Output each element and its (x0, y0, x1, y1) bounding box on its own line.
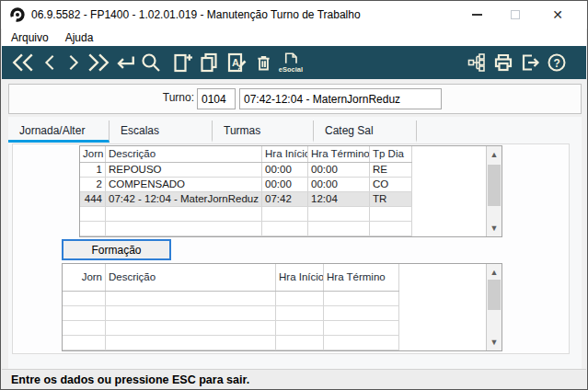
exit-icon[interactable] (518, 46, 542, 79)
table-row[interactable]: 2 COMPENSADO 00:00 00:00 CO (80, 178, 412, 192)
status-message: Entre os dados ou pressione ESC para sai… (2, 373, 249, 386)
cell-descricao: COMPENSADO (106, 178, 262, 191)
cell-tp-dia: RE (370, 163, 412, 177)
tab-categ-sal[interactable]: Categ Sal (314, 120, 417, 143)
table-row-selected[interactable]: 444 07:42 - 12:04 - MaterJornReduz 07:42… (80, 192, 412, 207)
table-row-empty[interactable] (63, 336, 399, 350)
table-row-empty[interactable] (63, 292, 399, 306)
hierarchy-icon[interactable] (465, 46, 489, 79)
close-icon: ✕ (552, 8, 563, 21)
cell-tp-dia: CO (370, 178, 412, 191)
formacao-table: Jorn Descrição Hra Início Hra Término ▲ … (62, 263, 502, 351)
col-header-hra-termino: Hra Término (308, 146, 370, 162)
toolbar: A eSocial ? (2, 46, 586, 79)
formacao-table-grid: Jorn Descrição Hra Início Hra Término (63, 264, 399, 350)
table-row[interactable]: 1 REPOUSO 00:00 00:00 RE (80, 163, 412, 178)
vertical-scrollbar[interactable]: ▲ ▼ (486, 146, 502, 236)
print-icon[interactable] (491, 46, 515, 79)
turno-label: Turno: (139, 91, 194, 104)
confirm-enter-icon[interactable] (110, 46, 138, 79)
next-record-icon[interactable] (63, 46, 85, 79)
cell-hra-termino: 00:00 (308, 163, 370, 177)
cell-descricao: 07:42 - 12:04 - MaterJornReduz (106, 192, 262, 206)
app-logo-icon (9, 6, 26, 23)
menu-bar: Arquivo Ajuda (2, 29, 586, 46)
cell-jorn: 444 (80, 192, 106, 206)
maximize-icon (511, 10, 520, 19)
table-row-empty[interactable] (63, 306, 399, 321)
cell-hra-termino: 12:04 (308, 192, 370, 206)
scroll-up-icon[interactable]: ▲ (487, 265, 502, 280)
maximize-button[interactable] (502, 1, 529, 28)
cell-jorn: 2 (80, 178, 106, 191)
cell-hra-inicio: 00:00 (262, 163, 308, 177)
col-header-hra-inicio: Hra Início (276, 264, 324, 291)
formacao-button[interactable]: Formação (62, 239, 171, 260)
tab-escalas[interactable]: Escalas (110, 120, 213, 143)
first-record-icon[interactable] (9, 46, 37, 79)
cell-hra-inicio: 07:42 (262, 192, 308, 206)
minimize-button[interactable] (463, 1, 490, 28)
cell-jorn: 1 (80, 163, 106, 177)
table-row-empty[interactable] (80, 222, 412, 236)
jornada-table: Jorn Descrição Hra Início Hra Término Tp… (79, 145, 502, 237)
jornada-table-grid: Jorn Descrição Hra Início Hra Término Tp… (80, 146, 412, 236)
menu-ajuda[interactable]: Ajuda (57, 29, 102, 46)
last-record-icon[interactable] (85, 46, 112, 79)
new-document-icon[interactable] (170, 46, 194, 79)
tab-turmas[interactable]: Turmas (213, 120, 314, 143)
table-row-empty[interactable] (63, 321, 399, 336)
copy-document-icon[interactable] (197, 46, 221, 79)
cell-descricao: REPOUSO (106, 163, 262, 177)
svg-text:?: ? (554, 57, 560, 70)
delete-record-icon[interactable] (252, 46, 274, 79)
cell-hra-termino: 00:00 (308, 178, 370, 191)
vertical-scrollbar[interactable]: ▲ ▼ (486, 264, 502, 350)
minimize-icon (472, 14, 482, 16)
svg-text:A: A (232, 57, 239, 68)
scroll-up-icon[interactable]: ▲ (487, 147, 502, 162)
scroll-down-icon[interactable]: ▼ (487, 221, 502, 235)
status-bar: Entre os dados ou pressione ESC para sai… (2, 369, 586, 390)
turno-description-input[interactable] (239, 88, 442, 109)
edit-document-icon[interactable]: A (225, 46, 248, 79)
col-header-jorn: Jorn (80, 146, 106, 162)
esocial-icon[interactable]: eSocial (274, 46, 307, 79)
help-icon[interactable]: ? (545, 46, 569, 79)
tab-bar: Jornada/Alter Escalas Turmas Categ Sal (8, 120, 417, 143)
col-header-hra-inicio: Hra Início (262, 146, 308, 162)
cell-tp-dia: TR (370, 192, 412, 206)
table-row-empty[interactable] (80, 207, 412, 222)
title-bar: 06.9.5582 - FP1400 - 1.02.01.019 - Manut… (1, 1, 587, 29)
window-title: 06.9.5582 - FP1400 - 1.02.01.019 - Manut… (31, 8, 361, 21)
search-icon[interactable] (139, 46, 163, 79)
esocial-label: eSocial (279, 66, 303, 74)
scrollbar-thumb[interactable] (488, 280, 501, 310)
cell-hra-inicio: 00:00 (262, 178, 308, 191)
tab-jornada-alter[interactable]: Jornada/Alter (8, 120, 110, 143)
col-header-hra-termino: Hra Término (324, 264, 399, 291)
turno-code-input[interactable] (197, 88, 236, 109)
formacao-header-row: Jorn Descrição Hra Início Hra Término (63, 264, 399, 292)
menu-arquivo[interactable]: Arquivo (2, 29, 57, 46)
scroll-down-icon[interactable]: ▼ (487, 335, 502, 350)
col-header-descricao: Descrição (106, 146, 262, 162)
scrollbar-thumb[interactable] (488, 165, 501, 206)
col-header-descricao: Descrição (106, 264, 276, 291)
col-header-jorn: Jorn (63, 264, 106, 291)
previous-record-icon[interactable] (39, 46, 61, 79)
close-button[interactable]: ✕ (544, 1, 571, 28)
application-window: 06.9.5582 - FP1400 - 1.02.01.019 - Manut… (0, 0, 588, 390)
jornada-header-row: Jorn Descrição Hra Início Hra Término Tp… (80, 146, 412, 163)
col-header-tp-dia: Tp Dia (370, 146, 412, 162)
